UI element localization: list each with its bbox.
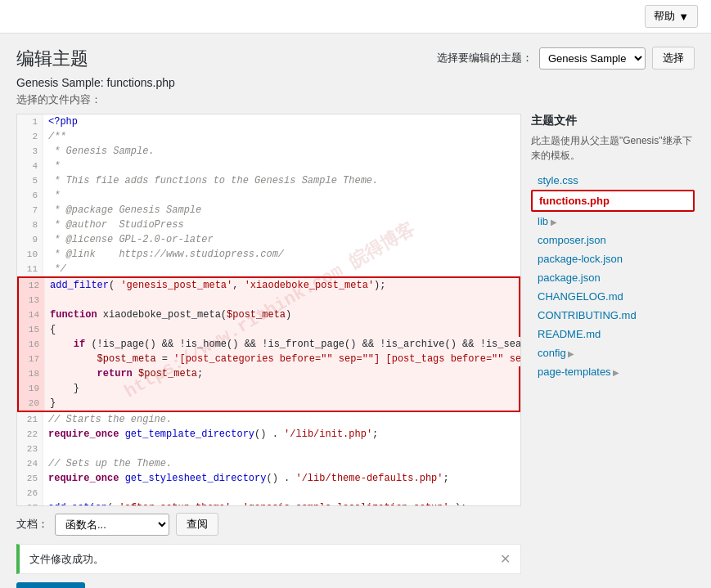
- code-line: 22require_once get_template_directory() …: [17, 427, 520, 442]
- code-line: 7 * @package Genesis Sample: [17, 203, 520, 218]
- page-header: 编辑主题 Genesis Sample: functions.php 选择的文件…: [16, 47, 695, 114]
- code-line: 27add_action( 'after_setup_theme', 'gene…: [17, 500, 520, 505]
- file-list-item[interactable]: page-templates: [531, 362, 695, 381]
- line-number: 14: [19, 307, 45, 322]
- line-number: 17: [19, 352, 45, 366]
- code-line: 16 if (!is_page() && !is_home() && !is_f…: [17, 337, 520, 352]
- file-list-item[interactable]: functions.php: [531, 190, 695, 212]
- line-number: 20: [19, 396, 45, 411]
- file-list-item[interactable]: config: [531, 343, 695, 362]
- line-content: <?php: [43, 114, 520, 129]
- code-line: 26: [17, 486, 520, 500]
- line-content: *: [43, 159, 520, 173]
- file-list-item[interactable]: lib: [531, 212, 695, 231]
- help-label: 帮助: [654, 9, 675, 24]
- line-number: 16: [19, 337, 45, 352]
- code-editor[interactable]: https://www.rithink.com 皖得博客 1<?php2/**3…: [16, 114, 521, 506]
- select-theme-button[interactable]: 选择: [652, 47, 695, 70]
- line-content: add_filter( 'genesis_post_meta', 'xiaode…: [45, 278, 519, 293]
- editor-section: https://www.rithink.com 皖得博客 1<?php2/**3…: [16, 114, 521, 588]
- doc-label: 文档：: [16, 517, 48, 532]
- code-line: 11 */: [17, 262, 520, 276]
- line-content: [43, 442, 520, 456]
- code-line: 2/**: [17, 129, 520, 144]
- line-content: * @author StudioPress: [43, 218, 520, 232]
- line-content: return $post_meta;: [45, 366, 519, 381]
- help-arrow-icon: ▼: [678, 11, 689, 23]
- top-bar: 帮助 ▼: [0, 0, 711, 34]
- line-content: * @package Genesis Sample: [43, 203, 520, 218]
- doc-row: 文档： 函数名... 查阅: [16, 513, 521, 536]
- code-line: 5 * This file adds functions to the Gene…: [17, 173, 520, 188]
- code-line: 25require_once get_stylesheet_directory(…: [17, 471, 520, 486]
- close-success-icon[interactable]: ✕: [500, 551, 511, 567]
- line-number: 5: [17, 173, 43, 188]
- page-title: 编辑主题: [16, 47, 175, 71]
- code-line: 24// Sets up the Theme.: [17, 456, 520, 471]
- file-list-item[interactable]: CONTRIBUTING.md: [531, 306, 695, 325]
- line-content: }: [45, 381, 519, 396]
- line-content: */: [43, 262, 520, 276]
- line-number: 4: [17, 159, 43, 173]
- line-number: 24: [17, 456, 43, 471]
- code-line: 13: [17, 293, 520, 307]
- line-number: 15: [19, 322, 45, 337]
- line-number: 10: [17, 247, 43, 262]
- line-number: 18: [19, 366, 45, 381]
- file-list: style.cssfunctions.phplibcomposer.jsonpa…: [531, 171, 695, 381]
- line-content: // Starts the engine.: [43, 412, 520, 427]
- line-content: add_action( 'after_setup_theme', 'genesi…: [43, 500, 520, 505]
- code-line: 12add_filter( 'genesis_post_meta', 'xiao…: [17, 276, 520, 293]
- code-line: 9 * @license GPL-2.0-or-later: [17, 232, 520, 247]
- line-number: 21: [17, 412, 43, 427]
- code-line: 1<?php: [17, 114, 520, 129]
- file-list-item[interactable]: package-lock.json: [531, 249, 695, 268]
- theme-selector-row: 选择要编辑的主题： Genesis Sample 选择: [437, 47, 695, 70]
- line-content: // Sets up the Theme.: [43, 456, 520, 471]
- code-line: 17 $post_meta = '[post_categories before…: [17, 352, 520, 366]
- line-content: [45, 293, 519, 307]
- file-list-item[interactable]: README.md: [531, 325, 695, 343]
- file-sidebar: 主题文件 此主题使用从父主题"Genesis"继承下来的模板。 style.cs…: [531, 114, 695, 381]
- doc-select[interactable]: 函数名...: [55, 514, 169, 536]
- sidebar-title: 主题文件: [531, 114, 695, 128]
- line-number: 23: [17, 442, 43, 456]
- line-content: require_once get_stylesheet_directory() …: [43, 471, 520, 486]
- line-content: if (!is_page() && !is_home() && !is_fron…: [45, 337, 520, 352]
- line-content: /**: [43, 129, 520, 144]
- update-file-button[interactable]: 更新文件: [16, 582, 85, 588]
- selected-file-label: 选择的文件内容：: [16, 92, 175, 107]
- line-content: [43, 486, 520, 500]
- line-number: 8: [17, 218, 43, 232]
- file-list-item[interactable]: CHANGELOG.md: [531, 287, 695, 306]
- theme-select[interactable]: Genesis Sample: [539, 47, 646, 70]
- line-number: 3: [17, 144, 43, 159]
- line-content: }: [45, 396, 519, 411]
- code-line: 4 *: [17, 159, 520, 173]
- line-number: 7: [17, 203, 43, 218]
- code-line: 20}: [17, 396, 520, 412]
- line-number: 12: [19, 278, 45, 293]
- line-content: * @license GPL-2.0-or-later: [43, 232, 520, 247]
- line-content: * @link https://www.studiopress.com/: [43, 247, 520, 262]
- file-list-item[interactable]: style.css: [531, 171, 695, 190]
- file-list-item[interactable]: package.json: [531, 268, 695, 287]
- line-number: 22: [17, 427, 43, 442]
- help-button[interactable]: 帮助 ▼: [645, 5, 698, 28]
- line-content: function xiaodeboke_post_meta($post_meta…: [45, 307, 519, 322]
- file-title: Genesis Sample: functions.php: [16, 76, 175, 89]
- code-line: 18 return $post_meta;: [17, 366, 520, 381]
- code-line: 3 * Genesis Sample.: [17, 144, 520, 159]
- file-list-item[interactable]: composer.json: [531, 231, 695, 249]
- code-line: 14function xiaodeboke_post_meta($post_me…: [17, 307, 520, 322]
- line-content: {: [45, 322, 519, 337]
- code-line: 15{: [17, 322, 520, 337]
- code-line: 8 * @author StudioPress: [17, 218, 520, 232]
- line-number: 19: [19, 381, 45, 396]
- line-content: * Genesis Sample.: [43, 144, 520, 159]
- line-number: 13: [19, 293, 45, 307]
- line-content: $post_meta = '[post_categories before=""…: [45, 352, 520, 366]
- doc-lookup-button[interactable]: 查阅: [176, 513, 218, 536]
- line-number: 2: [17, 129, 43, 144]
- code-line: 19 }: [17, 381, 520, 396]
